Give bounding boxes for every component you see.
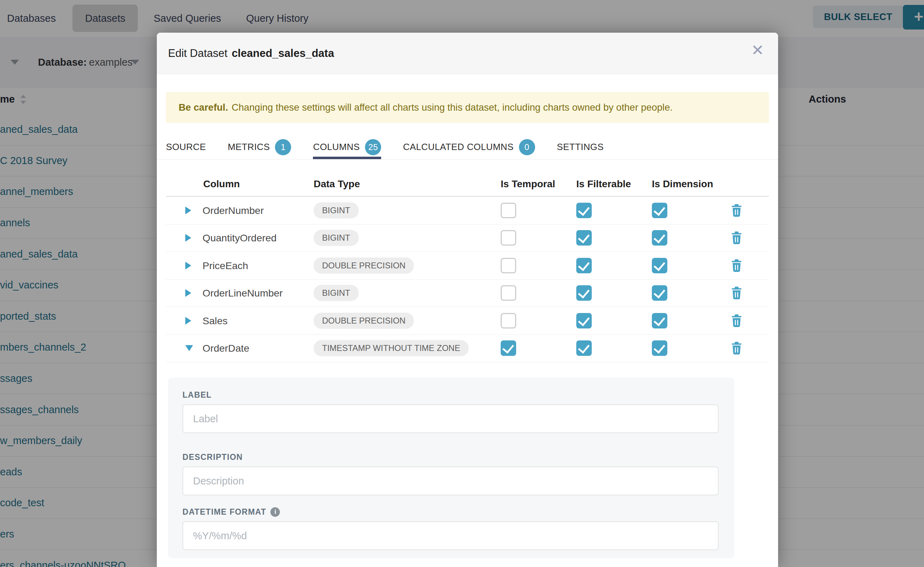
expand-caret-icon[interactable]: [185, 234, 191, 242]
tab-calculated-columns[interactable]: CALCULATED COLUMNS0: [403, 135, 535, 159]
tab-label: COLUMNS: [313, 142, 360, 153]
columns-table: Column Data Type Is Temporal Is Filterab…: [166, 159, 769, 362]
tab-source[interactable]: SOURCE: [166, 135, 206, 159]
header-data-type: Data Type: [314, 178, 360, 190]
is-filterable-checkbox[interactable]: [576, 258, 592, 273]
is-dimension-checkbox[interactable]: [652, 340, 667, 356]
tab-settings[interactable]: SETTINGS: [557, 135, 604, 159]
tab-metrics[interactable]: METRICS1: [228, 135, 292, 159]
table-row: OrderLineNumber BIGINT: [166, 280, 769, 308]
screen: Databases Datasets Saved Queries Query H…: [0, 0, 924, 567]
is-filterable-checkbox[interactable]: [576, 230, 592, 246]
close-icon[interactable]: ✕: [751, 42, 764, 58]
warning-banner-bold: Be careful.: [179, 102, 228, 113]
is-filterable-checkbox[interactable]: [576, 285, 592, 301]
delete-icon[interactable]: [730, 286, 743, 300]
column-name: OrderNumber: [203, 204, 264, 216]
column-name: QuantityOrdered: [203, 232, 277, 244]
table-row: OrderNumber BIGINT: [166, 197, 769, 225]
tab-label: METRICS: [228, 142, 270, 153]
columns-table-header: Column Data Type Is Temporal Is Filterab…: [166, 159, 769, 197]
info-icon[interactable]: i: [270, 507, 280, 517]
expand-caret-icon[interactable]: [185, 262, 191, 270]
header-is-temporal: Is Temporal: [501, 178, 555, 190]
data-type-pill: BIGINT: [314, 202, 359, 219]
table-row: QuantityOrdered BIGINT: [166, 225, 769, 252]
label-input[interactable]: [182, 404, 719, 433]
description-input[interactable]: [182, 466, 719, 495]
label-field-label: LABEL: [182, 390, 734, 400]
table-row-expanded: OrderDate TIMESTAMP WITHOUT TIME ZONE: [166, 335, 769, 363]
tab-label: CALCULATED COLUMNS: [403, 142, 513, 153]
expand-caret-icon[interactable]: [185, 317, 191, 325]
is-filterable-checkbox[interactable]: [576, 340, 592, 356]
delete-icon[interactable]: [730, 341, 743, 355]
modal-title: Edit Datasetcleaned_sales_data: [168, 47, 334, 60]
is-dimension-checkbox[interactable]: [652, 285, 667, 301]
column-name: Sales: [203, 315, 227, 326]
is-dimension-checkbox[interactable]: [652, 203, 667, 218]
description-field-label: DESCRIPTION: [182, 453, 734, 462]
data-type-pill: DOUBLE PRECISION: [314, 313, 414, 329]
header-column: Column: [203, 178, 240, 190]
column-name: OrderDate: [203, 342, 249, 354]
datetime-format-field-label: DATETIME FORMAT i: [182, 507, 734, 517]
count-badge: 0: [519, 139, 535, 155]
header-is-dimension: Is Dimension: [652, 178, 713, 190]
is-dimension-checkbox[interactable]: [652, 230, 667, 246]
is-temporal-checkbox[interactable]: [501, 203, 516, 218]
delete-icon[interactable]: [730, 203, 743, 218]
tab-columns[interactable]: COLUMNS25: [313, 135, 381, 159]
datetime-format-input[interactable]: [182, 521, 719, 550]
data-type-pill: BIGINT: [314, 285, 359, 301]
delete-icon[interactable]: [730, 258, 743, 273]
is-temporal-checkbox[interactable]: [501, 258, 516, 273]
tab-label: SOURCE: [166, 142, 206, 153]
table-row: Sales DOUBLE PRECISION: [166, 307, 769, 335]
modal-title-dataset-name: cleaned_sales_data: [232, 47, 334, 59]
is-filterable-checkbox[interactable]: [576, 203, 592, 218]
tab-label: SETTINGS: [557, 142, 604, 153]
column-detail-panel: LABEL DESCRIPTION DATETIME FORMAT i: [168, 378, 734, 558]
is-temporal-checkbox[interactable]: [501, 313, 516, 328]
expand-caret-icon[interactable]: [185, 207, 191, 214]
expand-caret-icon[interactable]: [185, 289, 191, 297]
collapse-caret-icon[interactable]: [185, 345, 193, 351]
warning-banner-text: Changing these settings will affect all …: [232, 102, 673, 113]
column-name: OrderLineNumber: [203, 287, 283, 299]
column-name: PriceEach: [203, 260, 248, 271]
delete-icon[interactable]: [730, 231, 743, 245]
delete-icon[interactable]: [730, 314, 743, 328]
warning-banner: Be careful. Changing these settings will…: [166, 92, 769, 123]
modal-header: Edit Datasetcleaned_sales_data ✕: [157, 33, 778, 74]
is-temporal-checkbox[interactable]: [501, 285, 516, 301]
header-is-filterable: Is Filterable: [576, 178, 631, 190]
is-filterable-checkbox[interactable]: [576, 313, 592, 328]
modal-tabs: SOURCE METRICS1 COLUMNS25 CALCULATED COL…: [157, 135, 778, 159]
is-temporal-checkbox[interactable]: [501, 340, 516, 356]
is-dimension-checkbox[interactable]: [652, 313, 667, 328]
table-row: PriceEach DOUBLE PRECISION: [166, 252, 769, 280]
data-type-pill: DOUBLE PRECISION: [314, 258, 414, 274]
count-badge: 1: [275, 139, 291, 155]
is-dimension-checkbox[interactable]: [652, 258, 667, 273]
data-type-pill: BIGINT: [314, 230, 359, 246]
is-temporal-checkbox[interactable]: [501, 230, 516, 246]
edit-dataset-modal: Edit Datasetcleaned_sales_data ✕ Be care…: [157, 33, 778, 567]
count-badge: 25: [365, 139, 381, 155]
modal-title-prefix: Edit Dataset: [168, 47, 227, 59]
data-type-pill: TIMESTAMP WITHOUT TIME ZONE: [314, 340, 469, 356]
